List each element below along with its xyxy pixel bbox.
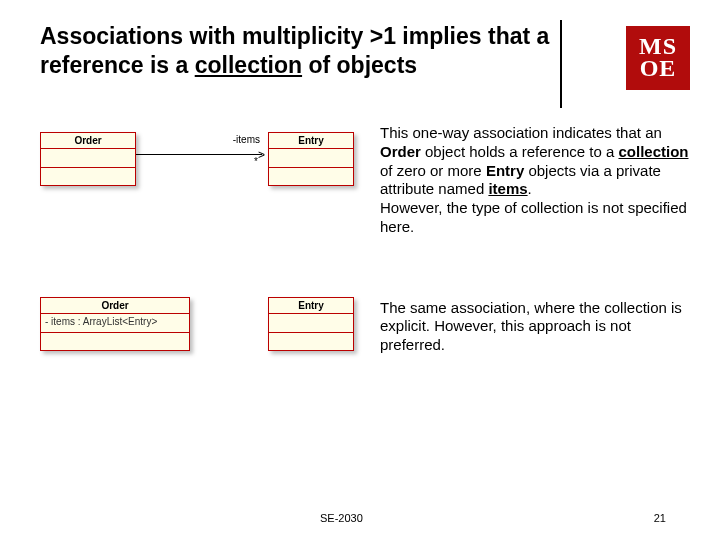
uml2-right-class: Entry: [269, 298, 353, 314]
uml-diagram-1: Order Entry > -items *: [40, 124, 380, 214]
title-underlined: collection: [195, 52, 302, 78]
uml1-left-class: Order: [41, 133, 135, 149]
title-text-2: of objects: [302, 52, 417, 78]
uml1-assoc-label: -items: [216, 134, 260, 145]
logo-line2: OE: [640, 58, 677, 80]
uml1-arrowhead: >: [258, 148, 265, 162]
description-1: This one-way association indicates that …: [380, 124, 690, 237]
msoe-logo: MS OE: [626, 26, 690, 90]
title-divider: [560, 20, 562, 108]
uml2-left-class: Order: [41, 298, 189, 314]
uml2-left-attr: - items : ArrayList<Entry>: [41, 314, 189, 332]
page-number: 21: [654, 512, 666, 524]
slide-title: Associations with multiplicity >1 implie…: [40, 22, 626, 80]
uml-diagram-2: Order - items : ArrayList<Entry> Entry: [40, 293, 380, 373]
uml1-multiplicity: *: [254, 156, 258, 167]
uml1-right-class: Entry: [269, 133, 353, 149]
course-code: SE-2030: [320, 512, 363, 524]
slide-footer: SE-2030 21: [0, 512, 720, 524]
uml1-association-line: [136, 154, 262, 155]
description-2: The same association, where the collecti…: [380, 293, 690, 355]
